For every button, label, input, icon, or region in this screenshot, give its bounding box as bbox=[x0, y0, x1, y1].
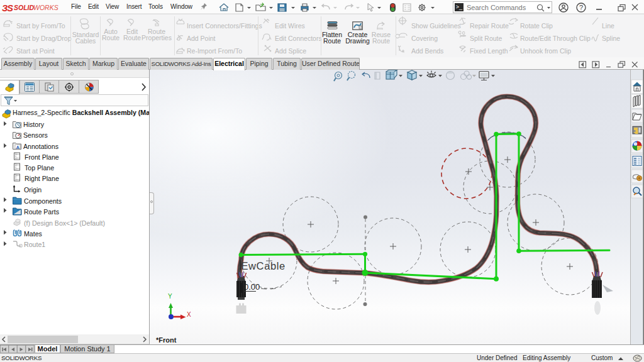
svg-text:Origin: Origin bbox=[24, 186, 42, 194]
svg-text:WORKS: WORKS bbox=[33, 4, 58, 11]
svg-text:(f) Design Box<1> (Default): (f) Design Box<1> (Default) bbox=[24, 219, 105, 227]
svg-text:Components: Components bbox=[24, 197, 62, 205]
svg-text:ЗS: ЗS bbox=[2, 3, 13, 13]
svg-text:Mates: Mates bbox=[24, 230, 42, 238]
svg-text:Annotations: Annotations bbox=[23, 143, 58, 150]
svg-text:Route1: Route1 bbox=[24, 241, 45, 248]
svg-text:Top Plane: Top Plane bbox=[25, 164, 54, 172]
svg-text:X: X bbox=[187, 311, 191, 318]
svg-text:Right Plane: Right Plane bbox=[25, 175, 59, 182]
svg-text:?: ? bbox=[579, 4, 583, 11]
svg-text:SOLID: SOLID bbox=[14, 4, 35, 11]
svg-text:*Front: *Front bbox=[156, 336, 177, 344]
svg-text:Harness_2-Specific Backshell A: Harness_2-Specific Backshell Assembly (M… bbox=[13, 109, 149, 116]
svg-text:0.00: 0.00 bbox=[244, 282, 260, 292]
svg-text:Route Parts: Route Parts bbox=[24, 208, 59, 216]
svg-text:Y: Y bbox=[168, 293, 172, 300]
svg-text:EwCable: EwCable bbox=[242, 260, 286, 272]
svg-text:Sensors: Sensors bbox=[23, 131, 48, 139]
svg-text:History: History bbox=[23, 121, 45, 128]
svg-text:A: A bbox=[16, 145, 20, 150]
svg-text:Front Plane: Front Plane bbox=[25, 153, 59, 161]
